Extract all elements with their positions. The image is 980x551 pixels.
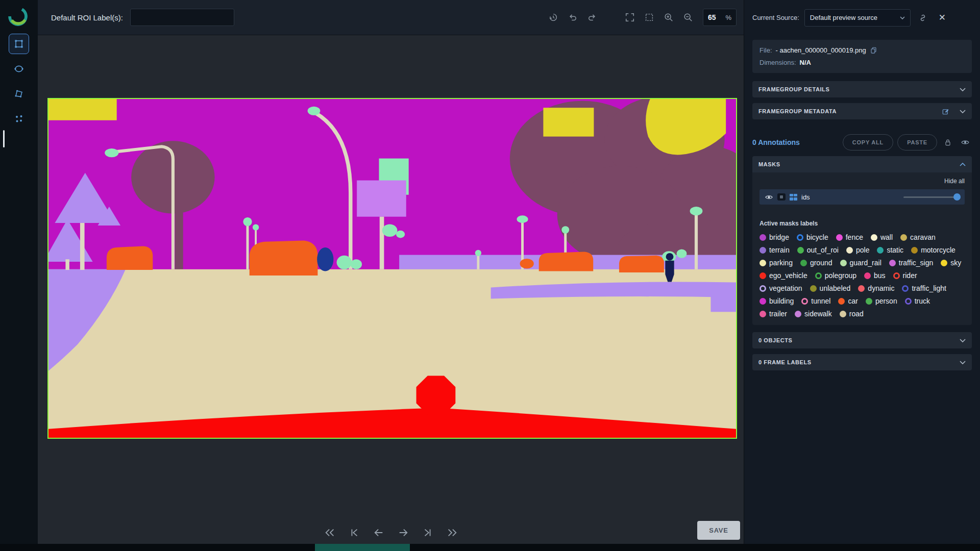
link-button[interactable] [916, 11, 930, 25]
copy-icon[interactable] [870, 46, 877, 54]
mask-color-dot [840, 311, 846, 317]
mask-color-dot [866, 298, 872, 305]
mask-label-building[interactable]: building [760, 297, 794, 305]
mask-label-trailer[interactable]: trailer [760, 310, 787, 318]
mask-label-wall[interactable]: wall [871, 233, 893, 241]
ids-label: ids [801, 193, 810, 201]
mask-label-fence[interactable]: fence [836, 233, 863, 241]
mask-label-static[interactable]: static [877, 246, 903, 254]
visibility-button[interactable] [959, 136, 972, 149]
polygon-tool-button[interactable] [9, 84, 29, 104]
mask-label-polegroup[interactable]: polegroup [815, 271, 856, 280]
mask-label-unlabeled[interactable]: unlabeled [810, 284, 851, 292]
hide-all-link[interactable]: Hide all [752, 172, 972, 185]
app-logo-icon [6, 5, 30, 28]
mask-label-vegetation[interactable]: vegetation [760, 284, 802, 292]
objects-section[interactable]: 0 OBJECTS [752, 332, 972, 348]
fast-forward-button[interactable] [444, 524, 461, 541]
rewind-button[interactable] [321, 524, 338, 541]
mask-label-out_of_roi[interactable]: out_of_roi [797, 246, 839, 254]
mask-color-dot [797, 247, 804, 254]
mask-label-text: motorcycle [921, 246, 955, 254]
zoom-level-input[interactable]: 65 % [703, 9, 737, 26]
step-forward-button[interactable] [395, 524, 412, 541]
mask-label-truck[interactable]: truck [905, 297, 930, 305]
mask-label-text: static [887, 246, 903, 254]
zoom-percent-sign: % [725, 14, 731, 21]
mask-label-bridge[interactable]: bridge [760, 233, 789, 241]
zoom-out-button[interactable] [679, 9, 697, 26]
mask-label-sky[interactable]: sky [941, 259, 961, 267]
fit-to-screen-button[interactable] [621, 9, 639, 26]
masks-header[interactable]: MASKS [752, 156, 972, 172]
mask-label-rider[interactable]: rider [893, 271, 917, 280]
mask-label-bus[interactable]: bus [864, 271, 886, 280]
zoom-in-button[interactable] [660, 9, 677, 26]
eye-icon[interactable] [765, 193, 773, 202]
save-button[interactable]: SAVE [697, 521, 740, 540]
segmentation-canvas[interactable] [47, 98, 737, 439]
history-button[interactable] [545, 9, 562, 26]
mask-label-text: tunnel [811, 297, 830, 305]
ids-grid-icon[interactable] [790, 194, 797, 201]
annotations-count: 0 Annotations [752, 138, 800, 146]
annotations-row: 0 Annotations COPY ALL PASTE [752, 134, 972, 151]
mask-label-sidewalk[interactable]: sidewalk [795, 310, 832, 318]
mask-label-tunnel[interactable]: tunnel [801, 297, 830, 305]
mask-label-pole[interactable]: pole [846, 246, 869, 254]
bounding-box-tool-button[interactable] [9, 34, 29, 54]
mask-label-text: rider [903, 271, 917, 280]
mask-label-text: sidewalk [804, 310, 832, 318]
ellipse-tool-button[interactable] [9, 59, 29, 79]
mask-label-text: truck [915, 297, 930, 305]
framegroup-metadata-section[interactable]: FRAMEGROUP METADATA [752, 103, 972, 119]
edit-icon[interactable] [942, 108, 949, 115]
mask-label-caravan[interactable]: caravan [900, 233, 936, 241]
close-button[interactable]: ✕ [935, 11, 949, 25]
mask-style-toggle[interactable] [777, 193, 786, 201]
points-tool-button[interactable] [9, 109, 29, 129]
mask-label-ego_vehicle[interactable]: ego_vehicle [760, 271, 807, 280]
chevron-up-icon [960, 163, 966, 166]
roi-labels-input[interactable] [130, 9, 234, 26]
next-frame-button[interactable] [419, 524, 436, 541]
mask-label-text: building [769, 297, 794, 305]
mask-label-text: trailer [769, 310, 787, 318]
slider-thumb[interactable] [953, 193, 961, 201]
chevron-down-icon [900, 16, 905, 19]
mask-color-dot [840, 260, 847, 266]
undo-button[interactable] [564, 9, 581, 26]
copy-all-button[interactable]: COPY ALL [843, 134, 893, 151]
mask-label-person[interactable]: person [866, 297, 897, 305]
mask-label-parking[interactable]: parking [760, 259, 793, 267]
mask-color-dot [760, 260, 766, 266]
mask-color-dot [797, 234, 803, 241]
framegroup-metadata-title: FRAMEGROUP METADATA [758, 108, 837, 114]
mask-label-ground[interactable]: ground [800, 259, 832, 267]
step-back-button[interactable] [370, 524, 387, 541]
mask-label-traffic_light[interactable]: traffic_light [902, 284, 946, 292]
redo-button[interactable] [583, 9, 601, 26]
mask-label-bicycle[interactable]: bicycle [797, 233, 828, 241]
mask-label-road[interactable]: road [840, 310, 864, 318]
mask-label-text: terrain [769, 246, 790, 254]
previous-frame-button[interactable] [346, 524, 363, 541]
actual-size-button[interactable] [641, 9, 658, 26]
mask-label-guard_rail[interactable]: guard_rail [840, 259, 881, 267]
mask-label-terrain[interactable]: terrain [760, 246, 790, 254]
mask-label-car[interactable]: car [838, 297, 857, 305]
ids-mask-row[interactable]: ids [760, 189, 965, 205]
mask-label-dynamic[interactable]: dynamic [858, 284, 894, 292]
framegroup-details-section[interactable]: FRAMEGROUP DETAILS [752, 81, 972, 97]
mask-color-dot [893, 272, 900, 279]
frame-labels-section[interactable]: 0 FRAME LABELS [752, 354, 972, 370]
ids-opacity-slider[interactable] [903, 193, 960, 201]
zoom-out-icon [683, 12, 693, 22]
mask-label-traffic_sign[interactable]: traffic_sign [889, 259, 933, 267]
lock-button[interactable] [941, 136, 954, 149]
mask-label-motorcycle[interactable]: motorcycle [911, 246, 955, 254]
mask-label-text: car [848, 297, 857, 305]
source-dropdown[interactable]: Default preview source [804, 9, 911, 27]
paste-button[interactable]: PASTE [897, 134, 937, 151]
mask-color-dot [760, 298, 766, 305]
